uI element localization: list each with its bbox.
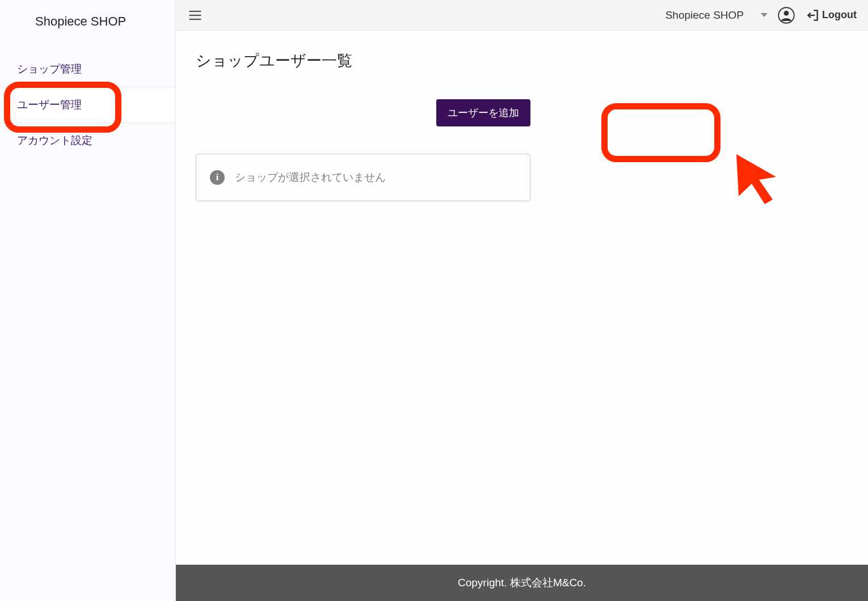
annotation-arrow-icon: [732, 150, 789, 206]
page-title: ショップユーザー一覧: [196, 50, 848, 71]
hamburger-icon[interactable]: [187, 7, 203, 23]
avatar-icon[interactable]: [778, 7, 795, 24]
shop-select-label: Shopiece SHOP: [665, 9, 744, 22]
topbar: Shopiece SHOP Logout: [176, 0, 868, 31]
sidebar-nav: ショップ管理 ユーザー管理 アカウント設定: [0, 52, 175, 158]
topbar-right: Shopiece SHOP Logout: [665, 7, 857, 24]
logout-label: Logout: [822, 9, 857, 21]
add-user-button[interactable]: ユーザーを追加: [436, 99, 530, 126]
content: ショップユーザー一覧 ユーザーを追加 i ショップが選択されていません: [176, 31, 868, 601]
logout-button[interactable]: Logout: [805, 8, 857, 23]
dropdown-icon: [761, 13, 768, 17]
sidebar-brand: Shopiece SHOP: [0, 0, 175, 52]
info-icon: i: [210, 170, 225, 185]
shop-select-dropdown[interactable]: Shopiece SHOP: [665, 9, 768, 22]
info-card: i ショップが選択されていません: [196, 154, 530, 201]
sidebar-item-shop-mgmt[interactable]: ショップ管理: [0, 52, 175, 87]
topbar-left: [187, 7, 203, 23]
footer-copyright: Copyright. 株式会社M&Co.: [458, 575, 586, 590]
sidebar: Shopiece SHOP ショップ管理 ユーザー管理 アカウント設定: [0, 0, 176, 601]
main-area: Shopiece SHOP Logout ショップユーザー一覧 ユーザーを追加: [176, 0, 868, 601]
annotation-highlight-add-user: [601, 103, 720, 162]
logout-icon: [805, 8, 820, 23]
footer: Copyright. 株式会社M&Co.: [176, 565, 868, 601]
sidebar-item-account-settings[interactable]: アカウント設定: [0, 123, 175, 158]
info-message: ショップが選択されていません: [235, 170, 386, 185]
sidebar-item-user-mgmt[interactable]: ユーザー管理: [0, 87, 175, 123]
svg-marker-6: [736, 154, 776, 204]
svg-point-4: [784, 10, 789, 15]
add-user-wrapper: ユーザーを追加: [196, 99, 530, 126]
